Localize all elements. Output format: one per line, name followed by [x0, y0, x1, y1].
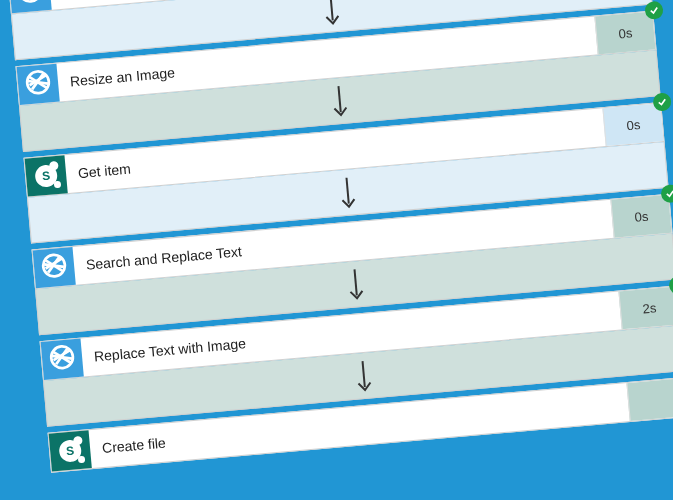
status-success-icon	[652, 92, 672, 112]
connector-icon	[17, 64, 60, 105]
svg-line-18	[354, 269, 356, 295]
status-success-icon	[644, 1, 664, 21]
step-duration: 0s	[610, 195, 671, 238]
step-duration: 0s	[602, 103, 663, 146]
connector-icon	[41, 339, 84, 380]
arrow-down-icon	[353, 358, 374, 393]
connector-icon	[33, 247, 76, 288]
svg-line-24	[362, 361, 364, 387]
encodian-icon	[40, 252, 69, 284]
step-duration	[626, 378, 673, 421]
sharepoint-icon: S	[34, 164, 58, 188]
step-duration: 0s	[594, 12, 655, 55]
connector-icon: S	[49, 430, 92, 471]
arrow-down-icon	[329, 83, 350, 118]
svg-line-12	[346, 177, 348, 203]
connector-icon: S	[25, 155, 68, 196]
svg-line-5	[330, 0, 332, 20]
arrow-down-icon	[337, 175, 358, 210]
encodian-icon	[48, 343, 77, 375]
encodian-icon	[16, 0, 45, 9]
flow-canvas: Step 0s Resize an Image 0s	[0, 0, 673, 481]
svg-line-11	[338, 86, 340, 112]
arrow-down-icon	[345, 266, 366, 301]
step-duration: 2s	[618, 286, 673, 329]
encodian-icon	[24, 68, 53, 100]
arrow-down-icon	[321, 0, 342, 27]
sharepoint-icon: S	[58, 439, 82, 463]
svg-point-0	[18, 0, 41, 2]
